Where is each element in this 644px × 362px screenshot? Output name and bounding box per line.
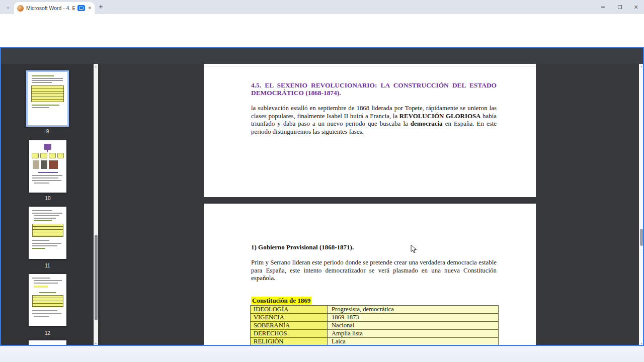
thumb-preview <box>39 292 56 293</box>
thumb-preview <box>32 107 49 108</box>
thumb-preview <box>32 175 62 176</box>
thumbnail-page-10[interactable] <box>29 140 66 193</box>
tab-favicon-icon <box>17 5 24 12</box>
table-cell-label: RELIGIÓN <box>251 338 328 346</box>
thumbnail-label-9: 9 <box>26 129 69 134</box>
scroll-up-icon[interactable]: ▲ <box>94 65 98 68</box>
table-cell-value: Nacional <box>328 322 498 329</box>
new-tab-button[interactable]: + <box>99 2 103 11</box>
thumb-preview <box>40 153 47 158</box>
thumb-preview <box>32 105 59 106</box>
thumb-preview <box>32 213 62 214</box>
table-row: VIGENCIA 1869-1873 <box>251 314 498 322</box>
thumb-preview <box>32 75 54 76</box>
taskbar: 8°C Frac. despejado W ∧ <box>0 346 644 362</box>
content-divider <box>204 66 536 66</box>
thumb-preview <box>32 224 63 237</box>
thumb-preview <box>32 153 39 158</box>
thumbnail-label-10: 10 <box>29 196 66 201</box>
tab-search-icon[interactable]: ⌄ <box>4 3 12 11</box>
sidebar-scrollbar[interactable]: ▲ ▼ <box>94 64 98 346</box>
screen: ⌄ Microsoft Word - 4. EL CON ✕ + ✕ ← → ↻… <box>0 0 644 362</box>
thumb-preview <box>34 183 49 184</box>
thumb-preview <box>32 310 57 311</box>
thumb-preview <box>34 286 48 288</box>
tab-close-icon[interactable]: ✕ <box>88 6 92 11</box>
window-minimize-button[interactable] <box>599 3 607 11</box>
paragraph-2: Prim y Serrano lideran este periodo dond… <box>251 259 497 283</box>
scroll-up-icon[interactable]: ▲ <box>639 65 644 68</box>
table-cell-value: 1869-1873 <box>328 314 498 321</box>
browser-tab[interactable]: Microsoft Word - 4. EL CON ✕ <box>14 2 95 14</box>
thumb-preview <box>34 280 62 281</box>
thumb-preview <box>44 144 51 150</box>
table-row: SOBERANÍA Nacional <box>251 322 498 330</box>
tab-sharing-banner: Compartiendo esta pestaña con jitsimeet0… <box>0 28 644 47</box>
window-restore-button[interactable] <box>616 3 624 11</box>
main-scrollbar-thumb[interactable] <box>640 229 643 246</box>
thumbnail-page-11[interactable] <box>29 207 66 259</box>
thumb-preview <box>32 295 63 307</box>
thumbnail-label-12: 12 <box>29 330 66 336</box>
thumb-preview <box>32 180 61 181</box>
thumb-preview <box>32 278 50 279</box>
pdf-toolbar: ☰ Microsoft Word - 4. EL CONSTITUCIONALI… <box>0 48 644 64</box>
tab-strip: ⌄ Microsoft Word - 4. EL CON ✕ + ✕ <box>0 0 644 14</box>
table-cell-label: DERECHOS <box>251 330 328 337</box>
thumb-preview <box>32 210 52 211</box>
thumbnail-page-13-partial[interactable] <box>29 340 66 346</box>
thumb-preview <box>41 160 47 169</box>
table-cell-label: IDEOLOGÍA <box>251 306 328 313</box>
thumbnail-page-12[interactable] <box>29 274 66 326</box>
thumbnail-sidebar: 9 10 <box>0 64 101 346</box>
paragraph-1: la sublevación estalló en septiembre de … <box>251 105 497 136</box>
thumb-preview <box>34 215 59 216</box>
thumb-preview <box>49 160 58 169</box>
thumbnail-page-9[interactable] <box>26 70 69 127</box>
table-cell-label: SOBERANÍA <box>251 322 328 329</box>
tab-sharing-indicator-icon <box>77 5 85 11</box>
pdf-page-9: 4.5. EL SEXENIO REVOLUCIONARIO: LA CONST… <box>204 64 536 197</box>
table-cell-value: Laica <box>328 338 498 346</box>
table-cell-value: Progresista, democrática <box>328 306 498 313</box>
thumb-preview <box>32 240 49 241</box>
subsection-heading: 1) Gobierno Provisional (1868-1871). <box>251 243 354 251</box>
table-row: DERECHOS Amplia lista <box>251 330 498 338</box>
scroll-down-icon[interactable]: ▼ <box>94 342 98 345</box>
thumb-preview <box>38 172 58 173</box>
window-close-button[interactable]: ✕ <box>632 3 640 11</box>
section-heading: 4.5. EL SEXENIO REVOLUCIONARIO: LA CONST… <box>251 81 497 97</box>
table-cell-value: Amplia lista <box>328 330 498 337</box>
paragraph-1-bold: democracia <box>411 120 443 127</box>
thumb-preview <box>32 177 58 178</box>
scroll-down-icon[interactable]: ▼ <box>639 342 644 345</box>
thumb-preview <box>34 283 58 284</box>
thumb-preview <box>34 316 49 317</box>
table-row: IDEOLOGÍA Progresista, democrática <box>251 306 498 314</box>
thumb-preview <box>47 150 48 152</box>
thumb-preview <box>33 160 39 169</box>
thumb-preview <box>31 85 64 102</box>
table-cell-label: VIGENCIA <box>251 314 328 321</box>
thumb-preview <box>32 248 45 249</box>
constitution-table: IDEOLOGÍA Progresista, democrática VIGEN… <box>250 305 499 346</box>
browser-toolbar: ← → ↻ aulavirtual35.educa.madrid.org/cep… <box>0 14 644 29</box>
thumb-preview <box>32 245 57 246</box>
paragraph-1-bold: REVOLUCIÓN GLORIOSA <box>399 113 481 120</box>
thumb-preview <box>57 153 64 158</box>
thumb-preview <box>32 80 63 81</box>
thumbnail-label-11: 11 <box>29 263 66 268</box>
thumb-preview <box>34 220 52 221</box>
thumb-preview <box>49 153 56 158</box>
pdf-page-10: 1) Gobierno Provisional (1868-1871). Pri… <box>204 204 536 346</box>
thumb-preview <box>34 218 56 219</box>
thumb-preview <box>32 243 61 244</box>
thumb-preview <box>32 82 52 83</box>
thumb-preview <box>32 78 63 79</box>
sidebar-scrollbar-thumb[interactable] <box>95 235 98 320</box>
table-row: RELIGIÓN Laica <box>251 338 498 346</box>
main-scrollbar[interactable]: ▲ ▼ <box>639 64 644 346</box>
tab-title: Microsoft Word - 4. EL CON <box>26 5 75 11</box>
thumb-preview <box>32 313 61 314</box>
table-title-highlighted: Constitución de 1869 <box>251 297 311 305</box>
